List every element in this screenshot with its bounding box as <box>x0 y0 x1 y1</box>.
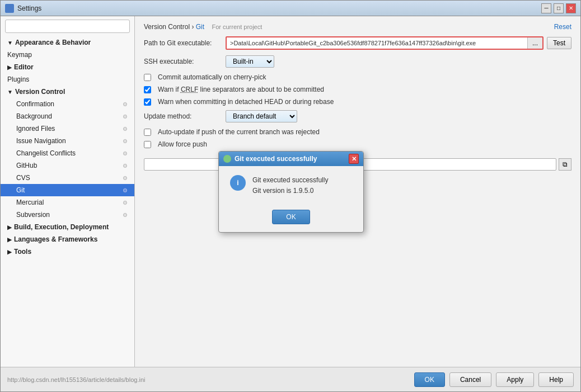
ssh-label: SSH executable: <box>144 58 222 65</box>
window-controls: ─ □ ✕ <box>541 3 576 13</box>
expand-icon-editor: ▶ <box>7 64 12 70</box>
ssh-dropdown-container: Built-in <box>226 55 274 68</box>
settings-icon-background: ⚙ <box>123 114 128 120</box>
sidebar-item-mercurial[interactable]: Mercurial ⚙ <box>1 196 134 209</box>
settings-icon-mercurial: ⚙ <box>123 200 128 206</box>
apply-button[interactable]: Apply <box>496 372 534 387</box>
settings-icon-changelist: ⚙ <box>123 150 128 157</box>
copy-button[interactable]: ⧉ <box>559 158 571 171</box>
expand-icon: ▼ <box>7 40 13 46</box>
project-label: For current project <box>212 23 262 30</box>
browse-button[interactable]: ... <box>527 37 542 49</box>
expand-icon-tools: ▶ <box>7 249 12 255</box>
footer-url: http://blog.csdn.net/lh155136/article/de… <box>7 376 410 383</box>
ssh-dropdown[interactable]: Built-in <box>226 55 274 68</box>
checkbox-force-push-label: Allow force push <box>158 140 207 148</box>
sidebar-item-git[interactable]: Git ⚙ <box>1 184 134 196</box>
checkbox-cherry-pick-row: Commit automatically on cherry-pick <box>144 73 571 81</box>
sidebar-item-appearance[interactable]: ▼Appearance & Behavior <box>1 36 134 49</box>
checkbox-cherry-pick[interactable] <box>144 74 151 81</box>
maximize-button[interactable]: □ <box>554 3 564 13</box>
sidebar-item-confirmation[interactable]: Confirmation ⚙ <box>1 98 134 110</box>
sidebar-item-background[interactable]: Background ⚙ <box>1 110 134 122</box>
dialog-close-button[interactable]: ✕ <box>349 154 359 164</box>
expand-icon-vc: ▼ <box>7 89 13 95</box>
settings-icon-confirmation: ⚙ <box>123 101 128 107</box>
sidebar-item-subversion[interactable]: Subversion ⚙ <box>1 209 134 221</box>
sidebar-item-ignored-files[interactable]: Ignored Files ⚙ <box>1 122 134 135</box>
dialog-ok-button[interactable]: OK <box>272 210 310 224</box>
sidebar-item-editor[interactable]: ▶Editor <box>1 61 134 73</box>
breadcrumb-git: Git <box>196 23 204 31</box>
app-icon <box>5 4 14 13</box>
dialog-message: Git executed successfully Git version is… <box>252 175 328 196</box>
dialog-title: Git executed successfully <box>235 155 349 163</box>
dialog-content: i Git executed successfully Git version … <box>219 166 363 205</box>
sidebar-item-issue-navigation[interactable]: Issue Navigation ⚙ <box>1 135 134 147</box>
dialog-title-icon <box>223 155 231 163</box>
checkbox-cherry-pick-label: Commit automatically on cherry-pick <box>158 73 266 81</box>
checkbox-auto-update[interactable] <box>144 129 151 136</box>
settings-icon-subversion: ⚙ <box>123 212 128 218</box>
success-dialog: Git executed successfully ✕ i Git execut… <box>218 151 364 233</box>
checkbox-force-push-row: Allow force push <box>144 140 571 148</box>
checkbox-detached-label: Warn when committing in detached HEAD or… <box>158 98 334 106</box>
expand-icon-lang: ▶ <box>7 237 12 243</box>
breadcrumb: Version Control › Git For current projec… <box>144 23 571 31</box>
checkbox-crlf-label: Warn if CRLF line separators are about t… <box>158 86 324 93</box>
sidebar-item-tools[interactable]: ▶Tools <box>1 245 134 258</box>
settings-icon-cvs: ⚙ <box>123 175 128 181</box>
update-method-row: Update method: Branch default <box>144 110 571 122</box>
settings-icon-git: ⚙ <box>123 187 128 193</box>
dialog-title-bar: Git executed successfully ✕ <box>219 152 363 166</box>
search-input[interactable] <box>5 20 130 33</box>
help-button[interactable]: Help <box>538 372 574 387</box>
ssh-row: SSH executable: Built-in <box>144 55 571 68</box>
update-dropdown-container: Branch default <box>226 110 297 122</box>
settings-icon-ignored: ⚙ <box>123 126 128 132</box>
sidebar-item-cvs[interactable]: CVS ⚙ <box>1 172 134 184</box>
sidebar-item-languages[interactable]: ▶Languages & Frameworks <box>1 233 134 245</box>
checkbox-detached[interactable] <box>144 98 151 106</box>
checkbox-detached-row: Warn when committing in detached HEAD or… <box>144 98 571 106</box>
path-input[interactable] <box>227 38 527 48</box>
settings-icon-issue: ⚙ <box>123 138 128 144</box>
expand-icon-build: ▶ <box>7 224 12 230</box>
path-input-container: ... <box>226 36 543 50</box>
checkbox-crlf[interactable] <box>144 86 151 93</box>
sidebar-item-keymap[interactable]: Keymap <box>1 49 134 61</box>
checkbox-force-push[interactable] <box>144 141 151 148</box>
path-label: Path to Git executable: <box>144 39 222 47</box>
ok-button[interactable]: OK <box>414 372 445 387</box>
info-icon: i <box>230 175 246 191</box>
title-bar: Settings ─ □ ✕ <box>1 1 580 16</box>
update-dropdown[interactable]: Branch default <box>226 110 297 122</box>
sidebar-item-version-control[interactable]: ▼Version Control <box>1 86 134 98</box>
checkbox-auto-update-label: Auto-update if push of the current branc… <box>158 128 320 136</box>
footer: http://blog.csdn.net/lh155136/article/de… <box>1 367 580 391</box>
test-button[interactable]: Test <box>547 37 571 49</box>
dialog-footer: OK <box>219 205 363 232</box>
breadcrumb-version-control: Version Control <box>144 23 190 31</box>
sidebar-item-plugins[interactable]: Plugins <box>1 73 134 86</box>
reset-button[interactable]: Reset <box>554 23 571 31</box>
sidebar-item-build[interactable]: ▶Build, Execution, Deployment <box>1 221 134 233</box>
sidebar: ▼Appearance & Behavior Keymap ▶Editor Pl… <box>1 16 135 367</box>
checkbox-crlf-row: Warn if CRLF line separators are about t… <box>144 86 571 93</box>
cancel-button[interactable]: Cancel <box>449 372 491 387</box>
sidebar-item-github[interactable]: GitHub ⚙ <box>1 159 134 172</box>
breadcrumb-separator: › <box>191 23 195 31</box>
sidebar-item-changelist-conflicts[interactable]: Changelist Conflicts ⚙ <box>1 147 134 159</box>
minimize-button[interactable]: ─ <box>541 3 551 13</box>
update-label: Update method: <box>144 112 222 120</box>
close-button[interactable]: ✕ <box>566 3 576 13</box>
window-title: Settings <box>17 4 541 12</box>
git-path-row: Path to Git executable: ... Test <box>144 36 571 50</box>
checkbox-auto-update-row: Auto-update if push of the current branc… <box>144 128 571 136</box>
settings-icon-github: ⚙ <box>123 163 128 169</box>
